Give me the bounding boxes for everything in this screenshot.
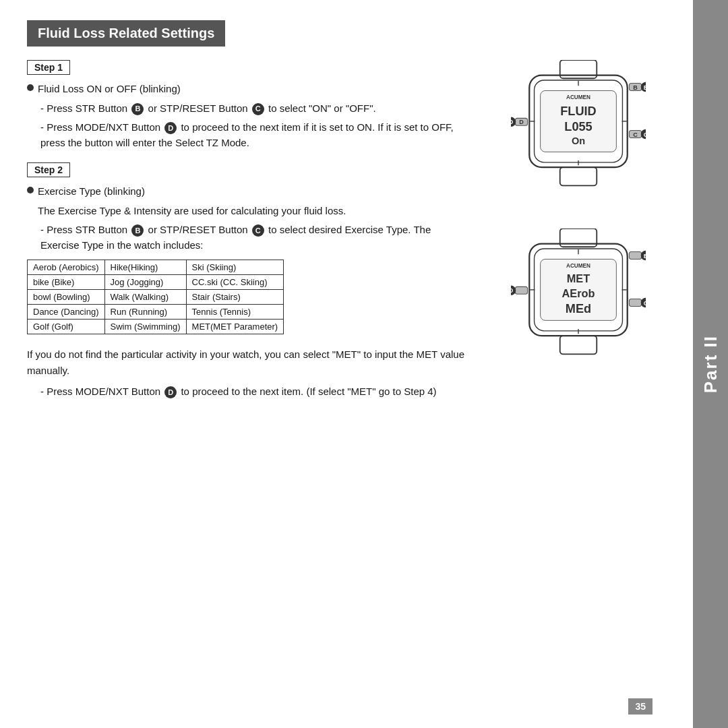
table-cell: Ski (Skiing) bbox=[186, 260, 284, 275]
step1-section: Step 1 Fluid Loss ON or OFF (blinking) P… bbox=[27, 60, 471, 150]
two-col-layout: Step 1 Fluid Loss ON or OFF (blinking) P… bbox=[27, 60, 673, 404]
step1-bullet-text: Fluid Loss ON or OFF (blinking) bbox=[38, 82, 181, 97]
step2-para: The Exercise Type & Intensity are used f… bbox=[27, 204, 471, 219]
exercise-table: Aerob (Aerobics) Hike(Hiking) Ski (Skiin… bbox=[27, 260, 284, 334]
svg-text:C: C bbox=[633, 131, 638, 138]
svg-rect-18 bbox=[560, 167, 597, 185]
table-cell: Run (Running) bbox=[104, 305, 186, 320]
watch2-container: ACUMEN MET AErob MEd bbox=[511, 229, 646, 363]
step1-box: Step 1 bbox=[27, 60, 70, 75]
svg-text:D: D bbox=[511, 287, 514, 294]
svg-rect-39 bbox=[515, 286, 527, 294]
svg-rect-37 bbox=[629, 252, 641, 260]
part-sidebar: Part II bbox=[693, 0, 728, 728]
btn-B-1: B bbox=[131, 103, 144, 115]
svg-text:C: C bbox=[644, 300, 646, 307]
bullet-dot-2 bbox=[27, 187, 34, 193]
svg-rect-40 bbox=[560, 336, 597, 354]
table-row: Golf (Golf) Swim (Swimming) MET(MET Para… bbox=[28, 320, 284, 334]
btn-D-1: D bbox=[164, 122, 177, 134]
btn-D-2: D bbox=[164, 386, 177, 398]
table-cell: Dance (Dancing) bbox=[28, 305, 105, 320]
table-cell: Golf (Golf) bbox=[28, 320, 105, 334]
right-column: ACUMEN FLUID L055 On B bbox=[484, 60, 673, 404]
watch2-svg: ACUMEN MET AErob MEd bbox=[511, 229, 646, 363]
table-cell: Swim (Swimming) bbox=[104, 320, 186, 334]
page-number: 35 bbox=[628, 698, 653, 715]
table-cell: Stair (Stairs) bbox=[186, 290, 284, 305]
table-cell: Tennis (Tennis) bbox=[186, 305, 284, 320]
svg-rect-38 bbox=[629, 299, 641, 307]
watch1-container: ACUMEN FLUID L055 On B bbox=[511, 60, 646, 195]
table-cell: Walk (Walking) bbox=[104, 290, 186, 305]
step1-bullet: Fluid Loss ON or OFF (blinking) bbox=[27, 82, 471, 97]
table-cell: Jog (Jogging) bbox=[104, 275, 186, 290]
table-cell: Aerob (Aerobics) bbox=[28, 260, 105, 275]
svg-text:MEd: MEd bbox=[566, 302, 591, 315]
svg-text:ACUMEN: ACUMEN bbox=[566, 94, 590, 100]
btn-C-1: C bbox=[252, 103, 264, 115]
step2-bullet: Exercise Type (blinking) bbox=[27, 184, 471, 200]
btn-C-2: C bbox=[252, 224, 264, 237]
table-row: bowl (Bowling) Walk (Walking) Stair (Sta… bbox=[28, 290, 284, 305]
svg-text:AErob: AErob bbox=[562, 287, 595, 299]
part-label: Part II bbox=[700, 335, 721, 393]
watch1-svg: ACUMEN FLUID L055 On B bbox=[511, 60, 646, 195]
step2-box: Step 2 bbox=[27, 162, 70, 177]
table-cell: Hike(Hiking) bbox=[104, 260, 186, 275]
svg-text:B: B bbox=[644, 253, 646, 260]
svg-text:B: B bbox=[633, 84, 638, 91]
section-title: Fluid Loss Related Settings bbox=[27, 20, 225, 47]
svg-text:L055: L055 bbox=[564, 120, 592, 133]
main-container: Fluid Loss Related Settings Step 1 Fluid… bbox=[0, 0, 728, 728]
step2-bullet-text: Exercise Type (blinking) bbox=[38, 184, 145, 200]
left-column: Step 1 Fluid Loss ON or OFF (blinking) P… bbox=[27, 60, 477, 404]
bullet-dot-1 bbox=[27, 84, 34, 91]
svg-text:C: C bbox=[644, 131, 646, 138]
svg-text:D: D bbox=[511, 119, 514, 125]
bottom-sub: Press MODE/NXT Button D to proceed to th… bbox=[27, 384, 471, 400]
btn-B-2: B bbox=[131, 224, 144, 237]
step1-sub2: Press MODE/NXT Button D to proceed to th… bbox=[27, 120, 471, 150]
svg-text:D: D bbox=[519, 119, 524, 125]
step2-section: Step 2 Exercise Type (blinking) The Exer… bbox=[27, 162, 471, 334]
step1-sub1: Press STR Button B or STP/RESET Button C… bbox=[27, 101, 471, 117]
table-row: Aerob (Aerobics) Hike(Hiking) Ski (Skiin… bbox=[28, 260, 284, 275]
svg-text:FLUID: FLUID bbox=[560, 104, 597, 118]
table-cell: bowl (Bowling) bbox=[28, 290, 105, 305]
bottom-para: If you do not find the particular activi… bbox=[27, 346, 471, 379]
content-area: Fluid Loss Related Settings Step 1 Fluid… bbox=[0, 0, 693, 728]
svg-text:MET: MET bbox=[567, 272, 590, 284]
table-cell: MET(MET Parameter) bbox=[186, 320, 284, 334]
table-row: bike (Bike) Jog (Jogging) CC.ski (CC. Sk… bbox=[28, 275, 284, 290]
step2-sub1: Press STR Button B or STP/RESET Button C… bbox=[27, 222, 471, 253]
table-row: Dance (Dancing) Run (Running) Tennis (Te… bbox=[28, 305, 284, 320]
table-cell: CC.ski (CC. Skiing) bbox=[186, 275, 284, 290]
svg-text:On: On bbox=[572, 135, 585, 146]
table-cell: bike (Bike) bbox=[28, 275, 105, 290]
svg-text:B: B bbox=[644, 84, 646, 91]
svg-text:ACUMEN: ACUMEN bbox=[566, 263, 590, 269]
